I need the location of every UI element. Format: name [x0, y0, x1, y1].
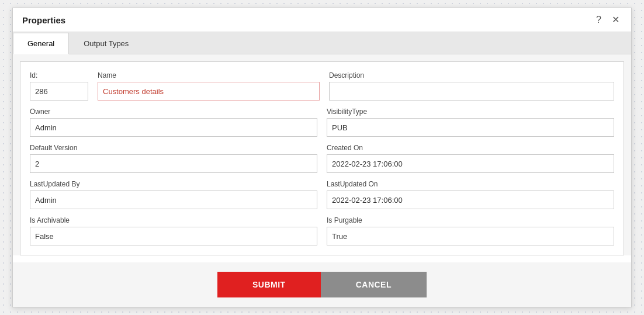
- last-updated-by-group: LastUpdated By: [30, 180, 317, 209]
- last-updated-on-label: LastUpdated On: [327, 180, 614, 188]
- submit-button[interactable]: SUBMIT: [217, 272, 321, 297]
- name-label: Name: [98, 71, 320, 79]
- name-group: Name: [98, 71, 320, 101]
- default-version-label: Default Version: [30, 144, 317, 152]
- created-on-group: Created On: [327, 144, 614, 173]
- last-updated-by-input[interactable]: [30, 191, 317, 209]
- last-updated-on-group: LastUpdated On: [327, 180, 614, 209]
- form-area: Id: Name Description Owner: [20, 61, 624, 255]
- dialog-footer: SUBMIT CANCEL: [13, 262, 631, 307]
- is-archivable-group: Is Archivable: [30, 216, 317, 245]
- is-purgable-label: Is Purgable: [327, 216, 614, 224]
- visibility-type-group: VisibilityType: [327, 108, 614, 137]
- last-updated-on-input[interactable]: [327, 191, 614, 209]
- tab-general[interactable]: General: [13, 33, 69, 54]
- description-label: Description: [329, 71, 614, 79]
- visibility-type-label: VisibilityType: [327, 108, 614, 116]
- form-row-5: Is Archivable Is Purgable: [30, 216, 614, 245]
- description-group: Description: [329, 71, 614, 101]
- form-row-1: Id: Name Description: [30, 71, 614, 101]
- default-version-group: Default Version: [30, 144, 317, 173]
- form-row-4: LastUpdated By LastUpdated On: [30, 180, 614, 209]
- form-row-2: Owner VisibilityType: [30, 108, 614, 137]
- is-purgable-input[interactable]: [327, 227, 614, 245]
- dialog-body: General Output Types Id: Name Descriptio…: [13, 32, 631, 255]
- created-on-label: Created On: [327, 144, 614, 152]
- help-button[interactable]: ?: [594, 14, 604, 26]
- properties-dialog: Properties ? ✕ General Output Types Id:: [12, 8, 632, 307]
- is-archivable-input[interactable]: [30, 227, 317, 245]
- id-input[interactable]: [30, 82, 88, 101]
- cancel-button[interactable]: CANCEL: [321, 272, 427, 297]
- owner-group: Owner: [30, 108, 317, 137]
- is-archivable-label: Is Archivable: [30, 216, 317, 224]
- id-label: Id:: [30, 71, 88, 79]
- visibility-type-input[interactable]: [327, 118, 614, 137]
- id-group: Id:: [30, 71, 88, 101]
- tabs-container: General Output Types: [13, 32, 631, 54]
- header-actions: ? ✕: [594, 14, 622, 26]
- close-button[interactable]: ✕: [610, 14, 622, 26]
- owner-label: Owner: [30, 108, 317, 116]
- dialog-header: Properties ? ✕: [13, 8, 631, 32]
- dialog-title: Properties: [22, 15, 65, 25]
- last-updated-by-label: LastUpdated By: [30, 180, 317, 188]
- created-on-input[interactable]: [327, 154, 614, 173]
- is-purgable-group: Is Purgable: [327, 216, 614, 245]
- form-row-3: Default Version Created On: [30, 144, 614, 173]
- owner-input[interactable]: [30, 118, 317, 137]
- name-input[interactable]: [98, 82, 320, 101]
- default-version-input[interactable]: [30, 154, 317, 173]
- tab-output-types[interactable]: Output Types: [69, 33, 143, 54]
- description-input[interactable]: [329, 82, 614, 101]
